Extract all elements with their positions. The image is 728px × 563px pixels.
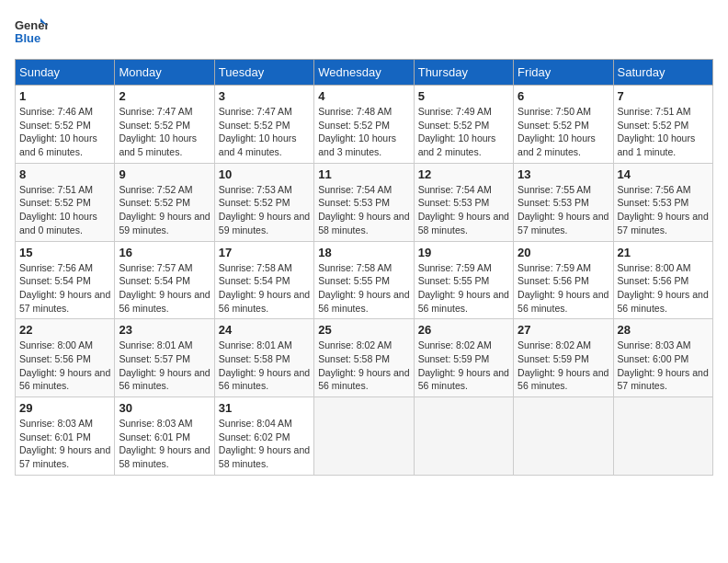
calendar-cell: 1 Sunrise: 7:46 AMSunset: 5:52 PMDayligh… (16, 86, 115, 164)
weekday-header: Monday (115, 60, 214, 86)
weekday-header: Tuesday (214, 60, 313, 86)
day-info: Sunrise: 8:00 AMSunset: 5:56 PMDaylight:… (618, 261, 709, 316)
day-info: Sunrise: 7:51 AMSunset: 5:52 PMDaylight:… (618, 105, 709, 159)
day-number: 28 (618, 323, 709, 337)
weekday-header: Sunday (16, 60, 115, 86)
weekday-header: Saturday (613, 60, 712, 86)
day-info: Sunrise: 7:55 AMSunset: 5:53 PMDaylight:… (518, 183, 609, 237)
weekday-header: Friday (514, 60, 613, 86)
calendar-cell: 11 Sunrise: 7:54 AMSunset: 5:53 PMDaylig… (314, 163, 414, 241)
day-number: 31 (219, 401, 310, 415)
day-number: 19 (418, 246, 509, 259)
day-info: Sunrise: 8:01 AMSunset: 5:58 PMDaylight:… (219, 339, 310, 393)
day-info: Sunrise: 8:00 AMSunset: 5:56 PMDaylight:… (19, 339, 110, 393)
weekday-header: Thursday (414, 60, 513, 86)
day-info: Sunrise: 8:04 AMSunset: 6:02 PMDaylight:… (219, 417, 310, 471)
day-info: Sunrise: 7:59 AMSunset: 5:55 PMDaylight:… (418, 261, 509, 316)
calendar-cell: 6 Sunrise: 7:50 AMSunset: 5:52 PMDayligh… (514, 86, 613, 164)
day-number: 7 (618, 89, 709, 103)
day-number: 27 (518, 323, 609, 337)
day-number: 10 (219, 167, 310, 181)
day-info: Sunrise: 7:57 AMSunset: 5:54 PMDaylight:… (119, 261, 210, 316)
day-number: 29 (19, 401, 110, 415)
day-number: 2 (119, 89, 210, 103)
calendar-cell: 25 Sunrise: 8:02 AMSunset: 5:58 PMDaylig… (314, 319, 414, 397)
day-info: Sunrise: 8:02 AMSunset: 5:59 PMDaylight:… (418, 339, 509, 393)
day-info: Sunrise: 7:58 AMSunset: 5:54 PMDaylight:… (219, 261, 310, 316)
calendar-cell: 18 Sunrise: 7:58 AMSunset: 5:55 PMDaylig… (314, 241, 414, 319)
day-number: 8 (19, 167, 110, 181)
day-number: 11 (318, 167, 409, 181)
day-number: 21 (618, 246, 709, 259)
calendar-cell: 21 Sunrise: 8:00 AMSunset: 5:56 PMDaylig… (613, 241, 712, 319)
calendar-week-row: 1 Sunrise: 7:46 AMSunset: 5:52 PMDayligh… (16, 86, 713, 164)
day-number: 12 (418, 167, 509, 181)
day-number: 3 (219, 89, 310, 103)
calendar-week-row: 22 Sunrise: 8:00 AMSunset: 5:56 PMDaylig… (16, 319, 713, 397)
day-info: Sunrise: 7:47 AMSunset: 5:52 PMDaylight:… (119, 105, 210, 159)
calendar-cell: 4 Sunrise: 7:48 AMSunset: 5:52 PMDayligh… (314, 86, 414, 164)
calendar-cell: 13 Sunrise: 7:55 AMSunset: 5:53 PMDaylig… (514, 163, 613, 241)
day-info: Sunrise: 7:53 AMSunset: 5:52 PMDaylight:… (219, 183, 310, 237)
calendar-cell: 31 Sunrise: 8:04 AMSunset: 6:02 PMDaylig… (214, 397, 313, 476)
day-number: 1 (19, 89, 110, 103)
day-info: Sunrise: 7:56 AMSunset: 5:53 PMDaylight:… (618, 183, 709, 237)
day-info: Sunrise: 7:50 AMSunset: 5:52 PMDaylight:… (518, 105, 609, 159)
calendar-table: SundayMondayTuesdayWednesdayThursdayFrid… (15, 59, 713, 476)
calendar-cell: 19 Sunrise: 7:59 AMSunset: 5:55 PMDaylig… (414, 241, 513, 319)
calendar-cell: 30 Sunrise: 8:03 AMSunset: 6:01 PMDaylig… (115, 397, 214, 476)
day-number: 5 (418, 89, 509, 103)
calendar-cell: 26 Sunrise: 8:02 AMSunset: 5:59 PMDaylig… (414, 319, 513, 397)
calendar-cell: 27 Sunrise: 8:02 AMSunset: 5:59 PMDaylig… (514, 319, 613, 397)
calendar-cell: 9 Sunrise: 7:52 AMSunset: 5:52 PMDayligh… (115, 163, 214, 241)
svg-text:General: General (15, 18, 48, 32)
calendar-cell: 14 Sunrise: 7:56 AMSunset: 5:53 PMDaylig… (613, 163, 712, 241)
calendar-cell: 8 Sunrise: 7:51 AMSunset: 5:52 PMDayligh… (16, 163, 115, 241)
day-number: 17 (219, 246, 310, 259)
calendar-cell: 12 Sunrise: 7:54 AMSunset: 5:53 PMDaylig… (414, 163, 513, 241)
day-number: 23 (119, 323, 210, 337)
day-info: Sunrise: 7:49 AMSunset: 5:52 PMDaylight:… (418, 105, 509, 159)
day-number: 30 (119, 401, 210, 415)
calendar-cell: 28 Sunrise: 8:03 AMSunset: 6:00 PMDaylig… (613, 319, 712, 397)
day-number: 15 (19, 246, 110, 259)
day-number: 14 (618, 167, 709, 181)
calendar-cell (414, 397, 513, 476)
day-number: 18 (318, 246, 409, 259)
day-number: 6 (518, 89, 609, 103)
day-info: Sunrise: 7:56 AMSunset: 5:54 PMDaylight:… (19, 261, 110, 316)
day-info: Sunrise: 8:03 AMSunset: 6:01 PMDaylight:… (119, 417, 210, 471)
day-info: Sunrise: 8:02 AMSunset: 5:58 PMDaylight:… (318, 339, 409, 393)
calendar-cell: 17 Sunrise: 7:58 AMSunset: 5:54 PMDaylig… (214, 241, 313, 319)
day-info: Sunrise: 7:54 AMSunset: 5:53 PMDaylight:… (418, 183, 509, 237)
calendar-cell: 16 Sunrise: 7:57 AMSunset: 5:54 PMDaylig… (115, 241, 214, 319)
calendar-week-row: 29 Sunrise: 8:03 AMSunset: 6:01 PMDaylig… (16, 397, 713, 476)
logo-icon: General Blue (15, 15, 48, 48)
svg-text:Blue: Blue (15, 31, 40, 45)
weekday-header: Wednesday (314, 60, 414, 86)
calendar-cell: 2 Sunrise: 7:47 AMSunset: 5:52 PMDayligh… (115, 86, 214, 164)
day-info: Sunrise: 7:51 AMSunset: 5:52 PMDaylight:… (19, 183, 110, 237)
calendar-cell: 3 Sunrise: 7:47 AMSunset: 5:52 PMDayligh… (214, 86, 313, 164)
day-number: 16 (119, 246, 210, 259)
calendar-cell (514, 397, 613, 476)
day-number: 13 (518, 167, 609, 181)
calendar-cell: 10 Sunrise: 7:53 AMSunset: 5:52 PMDaylig… (214, 163, 313, 241)
calendar-cell: 5 Sunrise: 7:49 AMSunset: 5:52 PMDayligh… (414, 86, 513, 164)
day-info: Sunrise: 8:02 AMSunset: 5:59 PMDaylight:… (518, 339, 609, 393)
calendar-week-row: 8 Sunrise: 7:51 AMSunset: 5:52 PMDayligh… (16, 163, 713, 241)
calendar-cell (613, 397, 712, 476)
day-number: 9 (119, 167, 210, 181)
day-info: Sunrise: 8:03 AMSunset: 6:00 PMDaylight:… (618, 339, 709, 393)
calendar-cell: 15 Sunrise: 7:56 AMSunset: 5:54 PMDaylig… (16, 241, 115, 319)
day-info: Sunrise: 8:03 AMSunset: 6:01 PMDaylight:… (19, 417, 110, 471)
calendar-cell: 7 Sunrise: 7:51 AMSunset: 5:52 PMDayligh… (613, 86, 712, 164)
calendar-cell: 22 Sunrise: 8:00 AMSunset: 5:56 PMDaylig… (16, 319, 115, 397)
logo: General Blue (15, 15, 48, 48)
day-info: Sunrise: 8:01 AMSunset: 5:57 PMDaylight:… (119, 339, 210, 393)
calendar-cell (314, 397, 414, 476)
day-info: Sunrise: 7:52 AMSunset: 5:52 PMDaylight:… (119, 183, 210, 237)
day-number: 25 (318, 323, 409, 337)
day-info: Sunrise: 7:46 AMSunset: 5:52 PMDaylight:… (19, 105, 110, 159)
day-number: 26 (418, 323, 509, 337)
